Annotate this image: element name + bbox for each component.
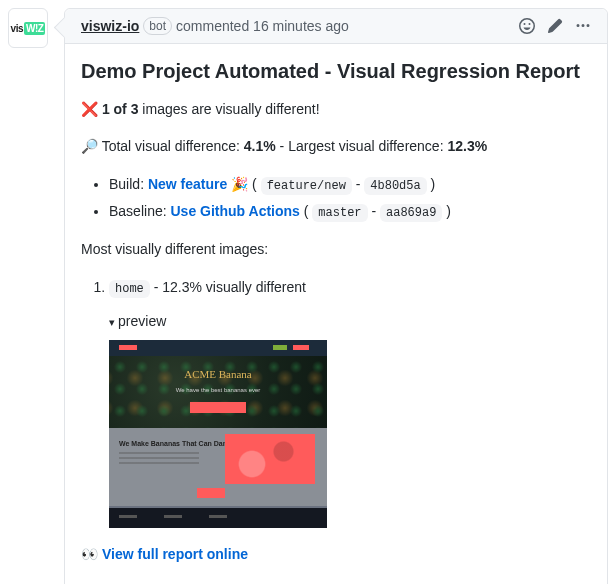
party-icon: 🎉 <box>231 176 248 192</box>
total-pct: 4.1% <box>244 138 276 154</box>
eyes-icon: 👀 <box>81 546 98 562</box>
full-report-link[interactable]: View full report online <box>102 546 248 562</box>
comment-header: viswiz-io bot commented 16 minutes ago <box>65 9 607 44</box>
preview-image[interactable]: ACME Banana We have the best bananas eve… <box>109 340 327 528</box>
most-diff-heading: Most visually different images: <box>81 239 591 260</box>
baseline-link[interactable]: Use Github Actions <box>170 203 299 219</box>
build-line: Build: New feature 🎉 ( feature/new - 4b8… <box>109 173 591 196</box>
build-branch: feature/new <box>261 177 352 195</box>
preview-disclosure[interactable]: preview ACME Banana We have the best ban… <box>109 308 591 528</box>
comment-box: viswiz-io bot commented 16 minutes ago D… <box>64 8 608 584</box>
baseline-sha: aa869a9 <box>380 204 442 222</box>
summary-line: ❌ 1 of 3 images are visually different! <box>81 99 591 120</box>
image-name: home <box>109 280 150 298</box>
comment-action: commented <box>176 18 249 34</box>
largest-pct: 12.3% <box>447 138 487 154</box>
kebab-icon[interactable] <box>575 18 591 34</box>
bot-badge: bot <box>143 17 172 35</box>
timestamp[interactable]: 16 minutes ago <box>253 18 349 34</box>
baseline-branch: master <box>312 204 367 222</box>
baseline-line: Baseline: Use Github Actions ( master - … <box>109 200 591 223</box>
report-title: Demo Project Automated - Visual Regressi… <box>81 60 591 83</box>
preview-summary[interactable]: preview <box>109 308 591 334</box>
build-link[interactable]: New feature <box>148 176 227 192</box>
magnifier-icon: 🔎 <box>81 138 98 154</box>
totals-line: 🔎 Total visual difference: 4.1% - Larges… <box>81 136 591 157</box>
list-item: home - 12.3% visually different preview … <box>109 276 591 528</box>
reaction-icon[interactable] <box>519 18 535 34</box>
image-diff-text: - 12.3% visually different <box>150 279 306 295</box>
cross-icon: ❌ <box>81 101 98 117</box>
edit-icon[interactable] <box>547 18 563 34</box>
author-link[interactable]: viswiz-io <box>81 18 139 34</box>
avatar[interactable]: visW!Z <box>8 8 48 48</box>
diff-count: 1 of 3 <box>102 101 139 117</box>
build-sha: 4b80d5a <box>364 177 426 195</box>
comment-body: Demo Project Automated - Visual Regressi… <box>65 44 607 584</box>
